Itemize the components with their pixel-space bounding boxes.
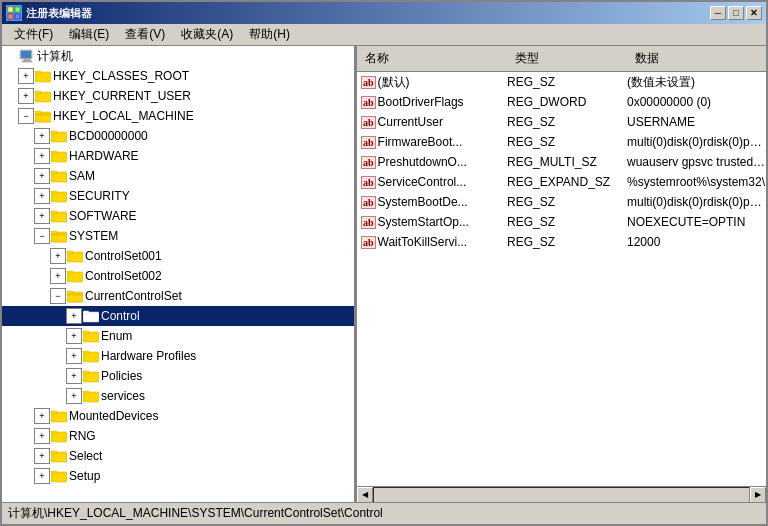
- tree-expander-select[interactable]: +: [34, 448, 50, 464]
- title-bar: 注册表编辑器 ─ □ ✕: [2, 2, 766, 24]
- tree-expander-software[interactable]: +: [34, 208, 50, 224]
- table-row[interactable]: abCurrentUserREG_SZUSERNAME: [357, 112, 766, 132]
- tree-expander-ccs[interactable]: −: [50, 288, 66, 304]
- tree-item-cs001[interactable]: + ControlSet001: [2, 246, 354, 266]
- tree-label-mounteddevices: MountedDevices: [69, 409, 158, 423]
- window-title: 注册表编辑器: [26, 6, 92, 21]
- tree-item-rng[interactable]: + RNG: [2, 426, 354, 446]
- table-row[interactable]: abBootDriverFlagsREG_DWORD0x00000000 (0): [357, 92, 766, 112]
- tree-item-system[interactable]: − SYSTEM: [2, 226, 354, 246]
- tree-expander-policies[interactable]: +: [66, 368, 82, 384]
- table-row[interactable]: abSystemStartOp...REG_SZNOEXECUTE=OPTIN: [357, 212, 766, 232]
- tree-expander-cs001[interactable]: +: [50, 248, 66, 264]
- col-header-type[interactable]: 类型: [507, 48, 627, 69]
- tree-item-software[interactable]: + SOFTWARE: [2, 206, 354, 226]
- tree-item-control[interactable]: + Control: [2, 306, 354, 326]
- svg-rect-7: [22, 61, 32, 62]
- tree-item-hkcr[interactable]: + HKEY_CLASSES_ROOT: [2, 66, 354, 86]
- tree-item-policies[interactable]: + Policies: [2, 366, 354, 386]
- tree-expander-hwprofiles[interactable]: +: [66, 348, 82, 364]
- main-window: 注册表编辑器 ─ □ ✕ 文件(F)编辑(E)查看(V)收藏夹(A)帮助(H) …: [0, 0, 768, 526]
- table-row[interactable]: abSystemBootDe...REG_SZmulti(0)disk(0)rd…: [357, 192, 766, 212]
- svg-rect-48: [51, 431, 57, 434]
- table-row[interactable]: abPreshutdownO...REG_MULTI_SZwuauserv gp…: [357, 152, 766, 172]
- tree-expander-hklm[interactable]: −: [18, 108, 34, 124]
- tree-expander-setup[interactable]: +: [34, 468, 50, 484]
- tree-item-hkcu[interactable]: + HKEY_CURRENT_USER: [2, 86, 354, 106]
- menu-item-文件(F)[interactable]: 文件(F): [6, 24, 61, 45]
- tree-expander-system[interactable]: −: [34, 228, 50, 244]
- col-header-name[interactable]: 名称: [357, 48, 507, 69]
- tree-item-bcd[interactable]: + BCD00000000: [2, 126, 354, 146]
- reg-type-icon-5: ab: [361, 176, 376, 189]
- tree-item-hklm[interactable]: − HKEY_LOCAL_MACHINE: [2, 106, 354, 126]
- scroll-left-button[interactable]: ◀: [357, 487, 373, 503]
- tree-label-cs002: ControlSet002: [85, 269, 162, 283]
- reg-cell-type-1: REG_DWORD: [507, 95, 627, 109]
- menu-item-查看(V)[interactable]: 查看(V): [117, 24, 173, 45]
- tree-item-services[interactable]: + services: [2, 386, 354, 406]
- scroll-right-button[interactable]: ▶: [750, 487, 766, 503]
- tree-label-hardware: HARDWARE: [69, 149, 139, 163]
- tree-expander-enum[interactable]: +: [66, 328, 82, 344]
- horizontal-scrollbar[interactable]: ◀ ▶: [357, 486, 766, 502]
- svg-rect-29: [67, 251, 73, 254]
- tree-item-mounteddevices[interactable]: + MountedDevices: [2, 406, 354, 426]
- tree-expander-bcd[interactable]: +: [34, 128, 50, 144]
- tree-item-setup[interactable]: + Setup: [2, 466, 354, 486]
- svg-rect-1: [15, 7, 20, 12]
- minimize-button[interactable]: ─: [710, 6, 726, 20]
- tree-expander-cs002[interactable]: +: [50, 268, 66, 284]
- reg-type-icon-0: ab: [361, 76, 376, 89]
- folder-icon-setup: [51, 469, 67, 483]
- menu-item-编辑(E)[interactable]: 编辑(E): [61, 24, 117, 45]
- tree-item-enum[interactable]: + Enum: [2, 326, 354, 346]
- menu-item-帮助(H)[interactable]: 帮助(H): [241, 24, 298, 45]
- right-header: 名称 类型 数据: [357, 46, 766, 72]
- tree-expander-hardware[interactable]: +: [34, 148, 50, 164]
- tree-item-hwprofiles[interactable]: + Hardware Profiles: [2, 346, 354, 366]
- tree-expander-hkcu[interactable]: +: [18, 88, 34, 104]
- svg-rect-36: [83, 311, 89, 314]
- tree-expander-security[interactable]: +: [34, 188, 50, 204]
- reg-cell-data-5: %systemroot%\system32\: [627, 175, 766, 189]
- tree-pane[interactable]: 计算机+ HKEY_CLASSES_ROOT+ HKEY_CURRENT_USE…: [2, 46, 357, 502]
- tree-item-ccs[interactable]: − CurrentControlSet: [2, 286, 354, 306]
- reg-type-icon-1: ab: [361, 96, 376, 109]
- tree-item-select[interactable]: + Select: [2, 446, 354, 466]
- folder-icon-security: [51, 189, 67, 203]
- tree-expander-control[interactable]: +: [66, 308, 82, 324]
- table-row[interactable]: abWaitToKillServi...REG_SZ12000: [357, 232, 766, 252]
- reg-name-1: BootDriverFlags: [378, 95, 464, 109]
- table-row[interactable]: abFirmwareBoot...REG_SZmulti(0)disk(0)rd…: [357, 132, 766, 152]
- svg-rect-2: [8, 14, 13, 19]
- reg-cell-name-8: abWaitToKillServi...: [357, 235, 507, 249]
- folder-icon-hklm: [35, 109, 51, 123]
- menu-item-收藏夹(A)[interactable]: 收藏夹(A): [173, 24, 241, 45]
- tree-expander-sam[interactable]: +: [34, 168, 50, 184]
- maximize-button[interactable]: □: [728, 6, 744, 20]
- tree-item-security[interactable]: + SECURITY: [2, 186, 354, 206]
- col-header-data[interactable]: 数据: [627, 48, 766, 69]
- table-row[interactable]: ab(默认)REG_SZ(数值未设置): [357, 72, 766, 92]
- tree-expander-rng[interactable]: +: [34, 428, 50, 444]
- reg-cell-type-2: REG_SZ: [507, 115, 627, 129]
- svg-rect-3: [15, 14, 20, 19]
- reg-cell-data-4: wuauserv gpsvc trustedins: [627, 155, 766, 169]
- tree-expander-mounteddevices[interactable]: +: [34, 408, 50, 424]
- main-content: 计算机+ HKEY_CLASSES_ROOT+ HKEY_CURRENT_USE…: [2, 46, 766, 502]
- registry-value-list[interactable]: ab(默认)REG_SZ(数值未设置)abBootDriverFlagsREG_…: [357, 72, 766, 486]
- tree-item-cs002[interactable]: + ControlSet002: [2, 266, 354, 286]
- tree-item-sam[interactable]: + SAM: [2, 166, 354, 186]
- tree-expander-services[interactable]: +: [66, 388, 82, 404]
- table-row[interactable]: abServiceControl...REG_EXPAND_SZ%systemr…: [357, 172, 766, 192]
- scroll-track[interactable]: [373, 487, 750, 503]
- reg-name-4: PreshutdownO...: [378, 155, 467, 169]
- tree-item-hardware[interactable]: + HARDWARE: [2, 146, 354, 166]
- reg-type-icon-8: ab: [361, 236, 376, 249]
- tree-expander-hkcr[interactable]: +: [18, 68, 34, 84]
- tree-label-system: SYSTEM: [69, 229, 118, 243]
- close-button[interactable]: ✕: [746, 6, 762, 20]
- folder-icon-mounteddevices: [51, 409, 67, 423]
- tree-item-computer[interactable]: 计算机: [2, 46, 354, 66]
